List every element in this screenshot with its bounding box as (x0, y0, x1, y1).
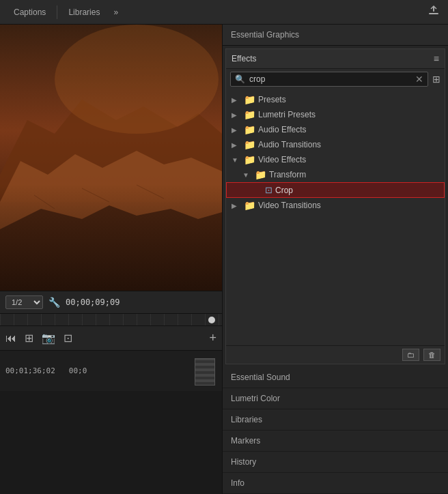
video-preview (0, 25, 222, 291)
camera-icon[interactable]: 📷 (42, 332, 55, 345)
tree-item-video-effects[interactable]: ▼ 📁 Video Effects (226, 152, 445, 167)
zoom-select[interactable]: 1/2 (5, 295, 43, 309)
export-icon (428, 5, 440, 17)
more-icon: » (113, 8, 118, 17)
tree-item-audio-effects[interactable]: ▶ 📁 Audio Effects (226, 122, 445, 137)
section-lumetri-color[interactable]: Lumetri Color (223, 388, 448, 409)
bottom-sections: Essential Sound Lumetri Color Libraries … (223, 367, 448, 494)
transform-label: Transform (269, 170, 306, 179)
folder-icon-video-effects: 📁 (244, 154, 255, 165)
essential-graphics-header: Essential Graphics (223, 25, 448, 46)
effect-icon-crop: ⊡ (265, 185, 272, 195)
search-row: 🔍 ✕ ⊞ (230, 72, 440, 87)
search-clear-icon[interactable]: ✕ (415, 74, 423, 84)
tab-libraries-label: Libraries (68, 8, 100, 17)
tree-item-lumetri-presets[interactable]: ▶ 📁 Lumetri Presets (226, 107, 445, 122)
chevron-audio-effects: ▶ (232, 126, 241, 134)
settings-icon[interactable]: 🔧 (48, 297, 60, 308)
folder-icon-video-transitions: 📁 (244, 200, 255, 211)
chevron-video-transitions: ▶ (232, 202, 241, 209)
svg-line-7 (82, 188, 109, 202)
effects-panel-title: Effects (232, 54, 256, 63)
folder-icon-lumetri: 📁 (244, 109, 255, 120)
tree-item-crop[interactable]: ⊡ Crop (226, 182, 445, 198)
search-input[interactable] (249, 74, 415, 84)
markers-label: Markers (231, 436, 260, 446)
tree-item-audio-transitions[interactable]: ▶ 📁 Audio Transitions (226, 137, 445, 152)
scrubber-thumb[interactable] (208, 317, 215, 323)
presets-label: Presets (258, 95, 286, 104)
section-essential-sound[interactable]: Essential Sound (223, 367, 448, 388)
tab-separator (57, 5, 57, 19)
effects-menu-icon[interactable]: ≡ (434, 53, 439, 64)
tree-item-video-transitions[interactable]: ▶ 📁 Video Transitions (226, 198, 445, 213)
audio-effects-label: Audio Effects (258, 125, 307, 134)
export-button[interactable] (425, 2, 443, 22)
preview-controls: 1/2 🔧 00;00;09;09 (0, 291, 222, 313)
svg-rect-0 (429, 13, 438, 14)
chevron-video-effects: ▼ (232, 156, 241, 164)
tree-item-presets[interactable]: ▶ 📁 Presets (226, 92, 445, 107)
timecode-display: 00;00;09;09 (66, 297, 120, 307)
svg-point-9 (55, 25, 219, 134)
svg-line-8 (137, 185, 164, 199)
timeline-area: 00;01;36;02 00;0 (0, 350, 222, 391)
tab-more-button[interactable]: » (108, 8, 124, 17)
search-bar[interactable]: 🔍 ✕ (230, 72, 428, 87)
timeline-row: 00;01;36;02 00;0 (5, 366, 216, 375)
back-icon[interactable]: ⏮ (5, 332, 16, 345)
chevron-presets: ▶ (232, 96, 241, 104)
svg-marker-5 (0, 205, 222, 291)
nest-icon[interactable]: ⊞ (25, 332, 33, 345)
toolbar-strip: ⏮ ⊞ 📷 ⊡ + (0, 325, 222, 350)
video-transitions-label: Video Transitions (258, 201, 321, 210)
timeline-timecode-1: 00;01;36;02 (5, 366, 55, 375)
folder-icon-audio-effects: 📁 (244, 124, 255, 135)
delete-button[interactable]: 🗑 (423, 349, 440, 361)
essential-sound-label: Essential Sound (231, 373, 290, 382)
new-folder-button[interactable]: 🗀 (402, 349, 419, 361)
audio-transitions-label: Audio Transitions (258, 140, 321, 149)
crop-label: Crop (275, 186, 293, 195)
libraries-label: Libraries (231, 415, 262, 424)
top-tabs-bar: Captions Libraries » (0, 0, 448, 25)
main-content: 1/2 🔧 00;00;09;09 ⏮ ⊞ 📷 ⊡ + 00;01;36;02 … (0, 25, 448, 494)
svg-line-6 (34, 195, 55, 209)
history-label: History (231, 457, 256, 467)
folder-icon-audio-transitions: 📁 (244, 139, 255, 150)
effects-panel-header: Effects ≡ (226, 49, 445, 69)
folder-icon-presets: 📁 (244, 94, 255, 105)
tree-item-transform[interactable]: ▼ 📁 Transform (226, 167, 445, 182)
info-label: Info (231, 478, 244, 488)
tab-captions[interactable]: Captions (5, 0, 54, 25)
insert-icon[interactable]: ⊡ (64, 332, 72, 345)
lumetri-color-label: Lumetri Color (231, 394, 280, 403)
timeline-clip (195, 358, 215, 386)
timeline-scrubber[interactable] (0, 313, 222, 325)
section-info[interactable]: Info (223, 473, 448, 494)
tab-captions-label: Captions (14, 8, 46, 17)
chevron-audio-transitions: ▶ (232, 141, 241, 149)
chevron-lumetri-presets: ▶ (232, 111, 241, 119)
effects-footer: 🗀 🗑 (226, 345, 445, 364)
lumetri-presets-label: Lumetri Presets (258, 110, 316, 119)
chevron-transform: ▼ (242, 171, 252, 179)
terrain-overlay (0, 25, 222, 291)
effects-panel: Effects ≡ 🔍 ✕ ⊞ ▶ 📁 Presets (225, 48, 445, 364)
grid-view-icon[interactable]: ⊞ (432, 74, 440, 85)
section-history[interactable]: History (223, 452, 448, 473)
tab-libraries[interactable]: Libraries (60, 0, 108, 25)
effects-tree: ▶ 📁 Presets ▶ 📁 Lumetri Presets ▶ 📁 Audi… (226, 89, 445, 345)
scrubber-marks (0, 314, 222, 325)
essential-graphics-label: Essential Graphics (231, 30, 299, 40)
left-panel: 1/2 🔧 00;00;09;09 ⏮ ⊞ 📷 ⊡ + 00;01;36;02 … (0, 25, 222, 494)
video-effects-label: Video Effects (258, 155, 306, 164)
section-markers[interactable]: Markers (223, 431, 448, 452)
section-libraries[interactable]: Libraries (223, 409, 448, 431)
timeline-timecode-2: 00;0 (69, 366, 87, 375)
right-panel: Essential Graphics Effects ≡ 🔍 ✕ ⊞ ▶ (222, 25, 448, 494)
search-icon: 🔍 (235, 74, 245, 84)
add-button[interactable]: + (209, 331, 216, 345)
folder-icon-transform: 📁 (255, 169, 266, 180)
terrain-svg (0, 25, 222, 291)
